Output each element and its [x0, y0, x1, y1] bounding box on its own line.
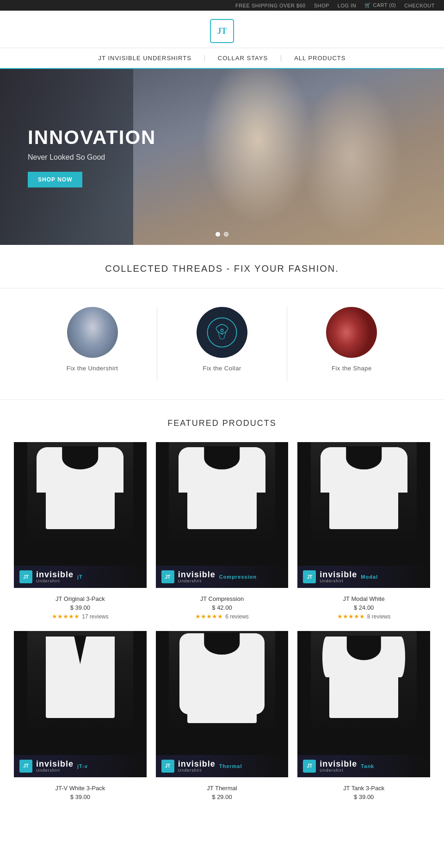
category-collar[interactable]: Fix the Collar [157, 307, 287, 381]
product-model-2 [311, 442, 417, 544]
tagline-section: COLLECTED THREADS - FIX YOUR FASHION. [0, 245, 444, 288]
product-price-5: $ 39.00 [301, 793, 426, 800]
product-image-2: JT invisible Undershirt Modal [297, 442, 430, 588]
category-shape[interactable]: Fix the Shape [287, 307, 416, 381]
hero-dot-2[interactable] [224, 232, 228, 237]
badge-text-3: invisible Undershirt [36, 760, 74, 773]
tagline-text: COLLECTED THREADS - FIX YOUR FASHION. [9, 263, 435, 274]
product-reviews-0: ★★★★★ 17 reviews [18, 613, 143, 620]
product-badge-0: JT invisible Undershirt jT [14, 566, 147, 588]
hero-dot-1[interactable] [216, 232, 220, 237]
badge-sub-2: Undershirt [320, 579, 357, 583]
shoes-circle [326, 307, 377, 358]
review-count-1: 6 reviews [225, 613, 249, 620]
product-card-4[interactable]: JT invisible Undershirt Thermal JT Therm… [156, 631, 289, 804]
badge-invisible-3: invisible [36, 760, 74, 768]
badge-invisible-4: invisible [178, 760, 216, 768]
svg-text:JT: JT [217, 26, 227, 36]
category-undershirt[interactable]: Fix the Undershirt [28, 307, 157, 381]
badge-logo-3: JT [19, 760, 32, 773]
collar-label: Fix the Collar [203, 365, 241, 372]
badge-type-3: jT-v [77, 763, 88, 769]
product-badge-4: JT invisible Undershirt Thermal [156, 755, 289, 777]
nav-collar-stays[interactable]: COLLAR STAYS [205, 55, 281, 62]
product-price-1: $ 42.00 [160, 604, 285, 611]
checkout-link[interactable]: CHECKOUT [404, 3, 435, 8]
badge-type-1: Compression [219, 574, 257, 580]
hero-title: INNOVATION [28, 126, 156, 149]
badge-text-4: invisible Undershirt [178, 760, 216, 773]
product-info-1: JT Compression $ 42.00 ★★★★★ 6 reviews [156, 593, 289, 622]
badge-type-4: Thermal [219, 763, 242, 769]
product-info-4: JT Thermal $ 29.00 [156, 783, 289, 804]
shipping-text: FREE SHIPPING OVER $60 [235, 3, 306, 8]
badge-invisible-0: invisible [36, 570, 74, 579]
product-name-4: JT Thermal [160, 785, 285, 792]
stars-0: ★★★★★ [52, 613, 80, 620]
product-model-5 [311, 631, 417, 733]
badge-type-0: jT [77, 574, 83, 580]
logo-icon[interactable]: JT [210, 19, 234, 43]
svg-point-2 [207, 318, 236, 347]
badge-type-5: Tank [361, 763, 374, 769]
product-image-4: JT invisible Undershirt Thermal [156, 631, 289, 777]
product-model-3 [27, 631, 133, 733]
product-card-2[interactable]: JT invisible Undershirt Modal JT Modal W… [297, 442, 430, 622]
hero-cta-button[interactable]: SHOP NOW [28, 172, 82, 187]
nav-all-products[interactable]: ALL PRODUCTS [281, 55, 358, 62]
badge-text-2: invisible Undershirt [320, 570, 357, 583]
badge-sub-0: Undershirt [36, 579, 74, 583]
badge-invisible-5: invisible [320, 760, 357, 768]
shop-link[interactable]: SHOP [314, 3, 329, 8]
undershirt-label: Fix the Undershirt [67, 365, 118, 372]
badge-sub-3: Undershirt [36, 768, 74, 773]
badge-sub-4: Undershirt [178, 768, 216, 773]
product-reviews-1: ★★★★★ 6 reviews [160, 613, 285, 620]
product-model-0 [27, 442, 133, 544]
product-card-3[interactable]: JT invisible Undershirt jT-v JT-V White … [14, 631, 147, 804]
badge-logo-4: JT [161, 760, 174, 773]
product-price-3: $ 39.00 [18, 793, 143, 800]
products-grid: JT invisible Undershirt jT JT Original 3… [14, 442, 430, 804]
product-badge-1: JT invisible Undershirt Compression [156, 566, 289, 588]
featured-title: FEATURED PRODUCTS [14, 418, 430, 428]
cart-link[interactable]: 🛒 CART (0) [364, 2, 396, 8]
undershirt-image [67, 307, 118, 358]
product-model-4 [169, 631, 275, 733]
product-model-1 [169, 442, 275, 544]
badge-invisible-1: invisible [178, 570, 216, 579]
badge-logo-2: JT [303, 570, 316, 583]
shape-label: Fix the Shape [332, 365, 372, 372]
review-count-0: 17 reviews [82, 613, 108, 620]
top-bar: FREE SHIPPING OVER $60 SHOP LOG IN 🛒 CAR… [0, 0, 444, 11]
login-link[interactable]: LOG IN [338, 3, 356, 8]
product-info-0: JT Original 3-Pack $ 39.00 ★★★★★ 17 revi… [14, 593, 147, 622]
hero-subtitle: Never Looked So Good [28, 153, 156, 162]
nav-undershirts[interactable]: JT INVISIBLE UNDERSHIRTS [86, 55, 204, 62]
badge-invisible-2: invisible [320, 570, 357, 579]
badge-logo-5: JT [303, 760, 316, 773]
hero-banner: INNOVATION Never Looked So Good SHOP NOW [0, 69, 444, 245]
product-price-2: $ 24.00 [301, 604, 426, 611]
badge-text-0: invisible Undershirt [36, 570, 74, 583]
review-count-2: 8 reviews [367, 613, 391, 620]
badge-sub-1: Undershirt [178, 579, 216, 583]
product-card-0[interactable]: JT invisible Undershirt jT JT Original 3… [14, 442, 147, 622]
product-info-2: JT Modal White $ 24.00 ★★★★★ 8 reviews [297, 593, 430, 622]
product-badge-5: JT invisible Undershirt Tank [297, 755, 430, 777]
product-image-5: JT invisible Undershirt Tank [297, 631, 430, 777]
product-card-5[interactable]: JT invisible Undershirt Tank JT Tank 3-P… [297, 631, 430, 804]
badge-type-2: Modal [361, 574, 378, 580]
collar-svg-icon [206, 316, 238, 349]
product-reviews-2: ★★★★★ 8 reviews [301, 613, 426, 620]
product-price-4: $ 29.00 [160, 793, 285, 800]
stars-2: ★★★★★ [337, 613, 365, 620]
categories-section: Fix the Undershirt Fix the Collar [0, 288, 444, 400]
badge-logo-0: JT [19, 570, 32, 583]
product-card-1[interactable]: JT invisible Undershirt Compression JT C… [156, 442, 289, 622]
product-info-5: JT Tank 3-Pack $ 39.00 [297, 783, 430, 804]
badge-text-1: invisible Undershirt [178, 570, 216, 583]
product-image-1: JT invisible Undershirt Compression [156, 442, 289, 588]
badge-logo-1: JT [161, 570, 174, 583]
collar-circle [197, 307, 247, 358]
